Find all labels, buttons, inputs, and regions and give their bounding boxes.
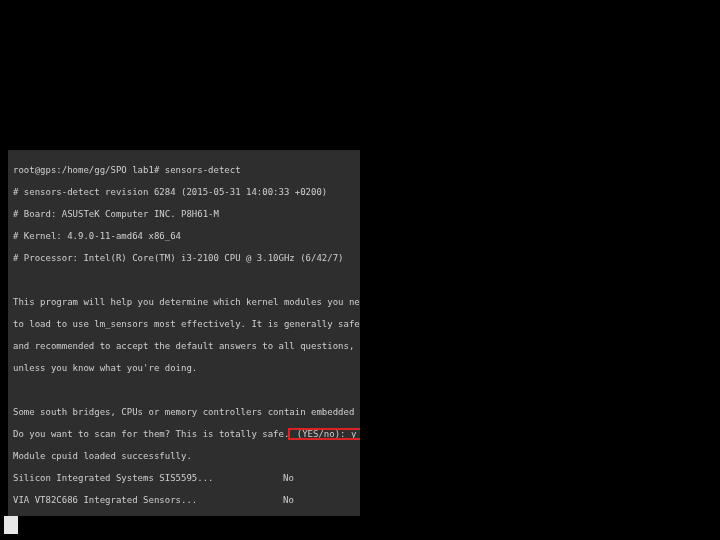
placeholder-box <box>4 516 18 534</box>
intro-line: This program will help you determine whi… <box>13 297 355 308</box>
intro-line: to load to use lm_sensors most effective… <box>13 319 355 330</box>
scan-name: VIA VT82C686 Integrated Sensors... <box>13 495 283 506</box>
intro-line: unless you know what you're doing. <box>13 363 355 374</box>
scan-result: No <box>283 495 294 506</box>
blank-line <box>13 275 355 286</box>
prompt-text: Do you want to scan for them? This is to… <box>13 429 289 439</box>
prompt-line: root@gps:/home/gg/SPO lab1# sensors-dete… <box>13 165 355 176</box>
header-line: # Kernel: 4.9.0-11-amd64 x86_64 <box>13 231 355 242</box>
southbridge-msg: Some south bridges, CPUs or memory contr… <box>13 407 355 418</box>
terminal-window[interactable]: root@gps:/home/gg/SPO lab1# sensors-dete… <box>8 150 360 516</box>
module-loaded: Module cpuid loaded successfully. <box>13 451 355 462</box>
scan-result-row: VIA VT82C686 Integrated Sensors...No <box>13 495 355 506</box>
scan-result-row: Silicon Integrated Systems SIS5595...No <box>13 473 355 484</box>
blank-line <box>13 385 355 396</box>
intro-line: and recommended to accept the default an… <box>13 341 355 352</box>
prompt-scan-embedded: Do you want to scan for them? This is to… <box>13 429 355 440</box>
scan-name: Silicon Integrated Systems SIS5595... <box>13 473 283 484</box>
header-line: # sensors-detect revision 6284 (2015-05-… <box>13 187 355 198</box>
slide-container: { "terminal": { "prompt_line": "root@gps… <box>0 0 720 540</box>
header-line: # Board: ASUSTeK Computer INC. P8H61-M <box>13 209 355 220</box>
header-line: # Processor: Intel(R) Core(TM) i3-2100 C… <box>13 253 355 264</box>
yesno-highlight: (YES/no): y <box>289 429 360 439</box>
scan-result: No <box>283 473 294 484</box>
